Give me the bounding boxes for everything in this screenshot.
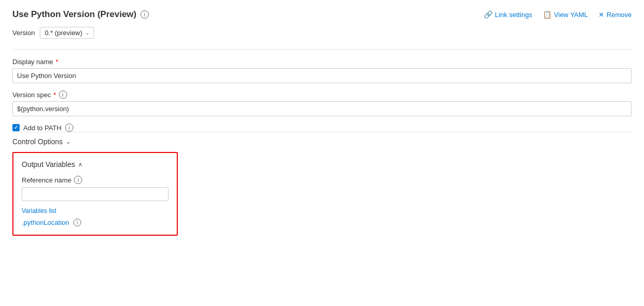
variables-list-label: Variables list	[22, 207, 168, 215]
variable-item: .pythonLocation i	[22, 219, 168, 226]
output-variables-header[interactable]: Output Variables ∧	[22, 160, 168, 169]
version-spec-section: Version spec * i	[12, 90, 632, 116]
add-to-path-row: ✓ Add to PATH i	[12, 124, 632, 132]
reference-name-info-icon[interactable]: i	[74, 176, 82, 184]
version-spec-required: *	[53, 91, 56, 99]
variable-name[interactable]: .pythonLocation	[22, 219, 69, 226]
display-name-section: Display name *	[12, 58, 632, 83]
output-variables-title: Output Variables	[22, 160, 75, 169]
divider-1	[12, 49, 632, 50]
add-to-path-checkbox[interactable]: ✓	[12, 124, 20, 131]
view-yaml-button[interactable]: 📋 View YAML	[543, 10, 588, 19]
title-info-icon[interactable]: i	[141, 10, 149, 19]
reference-name-label-row: Reference name i	[22, 176, 168, 184]
version-label: Version	[12, 29, 35, 37]
check-icon: ✓	[14, 125, 18, 130]
display-name-label: Display name *	[12, 58, 632, 66]
control-options-label: Control Options	[12, 137, 63, 146]
yaml-icon: 📋	[543, 10, 551, 19]
variable-info-icon[interactable]: i	[73, 219, 81, 226]
display-name-input[interactable]	[12, 68, 632, 83]
version-row: Version 0.* (preview) ⌄	[12, 27, 632, 39]
reference-name-input[interactable]	[22, 187, 168, 201]
version-selected: 0.* (preview)	[44, 29, 82, 37]
view-yaml-label: View YAML	[554, 11, 588, 19]
page-title: Use Python Version (Preview)	[12, 9, 136, 20]
output-variables-box: Output Variables ∧ Reference name i Vari…	[12, 152, 178, 236]
header-row: Use Python Version (Preview) i 🔗 Link se…	[12, 9, 632, 20]
version-spec-label: Version spec * i	[12, 90, 632, 99]
add-to-path-label: Add to PATH	[23, 124, 62, 132]
output-variables-chevron-icon: ∧	[78, 161, 83, 168]
link-settings-button[interactable]: 🔗 Link settings	[484, 10, 532, 19]
link-icon: 🔗	[484, 10, 493, 19]
header-actions: 🔗 Link settings 📋 View YAML ✕ Remove	[484, 10, 632, 19]
link-settings-label: Link settings	[495, 11, 532, 19]
version-spec-input[interactable]	[12, 101, 632, 116]
header-left: Use Python Version (Preview) i	[12, 9, 149, 20]
display-name-required: *	[56, 58, 58, 66]
remove-button[interactable]: ✕ Remove	[599, 11, 632, 19]
version-spec-info-icon[interactable]: i	[59, 90, 67, 99]
remove-icon: ✕	[599, 11, 604, 19]
add-to-path-info-icon[interactable]: i	[65, 124, 73, 132]
chevron-down-icon: ⌄	[85, 30, 89, 36]
remove-label: Remove	[607, 11, 632, 19]
version-dropdown[interactable]: 0.* (preview) ⌄	[40, 27, 94, 39]
control-options-section[interactable]: Control Options ⌄	[12, 132, 632, 150]
control-options-chevron-icon: ⌄	[66, 138, 71, 145]
